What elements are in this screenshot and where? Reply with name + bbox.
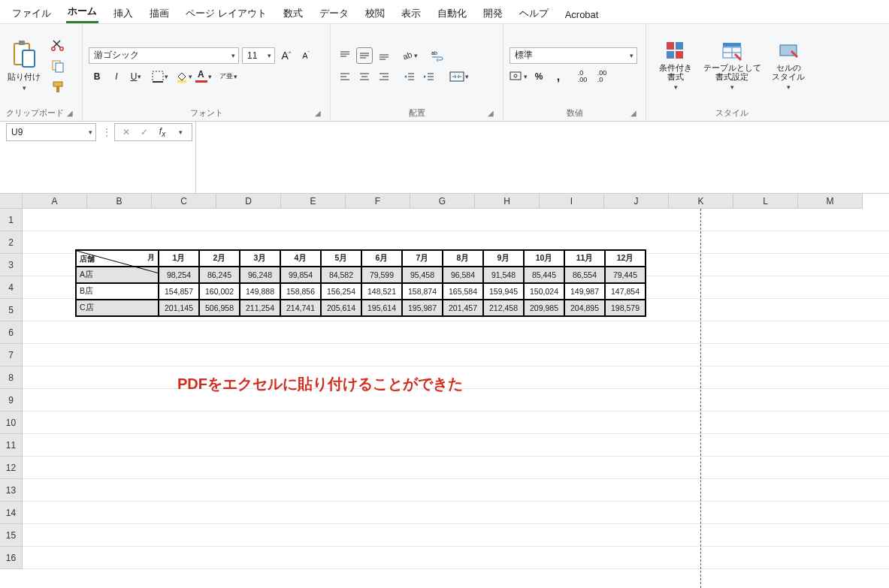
dialog-launcher-icon[interactable]: ◢ (627, 109, 640, 117)
increase-indent-button[interactable] (421, 68, 437, 85)
col-header[interactable]: G (410, 194, 475, 209)
paste-button[interactable]: 貼り付け ▾ (6, 40, 42, 92)
name-box[interactable]: U9 ▾ (6, 123, 96, 141)
font-color-button[interactable]: A ▾ (195, 68, 212, 85)
tab-view[interactable]: 表示 (400, 4, 422, 23)
worksheet: 1 2 3 4 5 6 7 8 9 10 11 12 13 14 15 16 A… (0, 194, 889, 588)
font-size-select[interactable]: 11 ▾ (242, 47, 275, 64)
copy-button[interactable] (50, 58, 66, 74)
row-header[interactable]: 12 (0, 457, 23, 479)
tab-developer[interactable]: 開発 (482, 4, 504, 23)
select-all-corner[interactable] (0, 194, 23, 209)
decrease-decimal-button[interactable]: .00.0 (594, 68, 610, 85)
row-header[interactable]: 14 (0, 502, 23, 524)
phonetic-button[interactable]: ア亜 ▾ (219, 68, 237, 85)
tab-draw[interactable]: 描画 (148, 4, 171, 23)
merge-center-button[interactable]: ▾ (449, 68, 469, 85)
col-header[interactable]: D (216, 194, 281, 209)
cut-button[interactable] (50, 37, 66, 53)
cell-styles-button[interactable]: セルの スタイル ▾ (765, 32, 812, 100)
data-cell: 209,985 (524, 300, 564, 316)
increase-font-button[interactable]: A^ (278, 47, 295, 64)
row-header[interactable]: 9 (0, 389, 23, 412)
cell-styles-icon (778, 41, 799, 62)
tab-review[interactable]: 校閲 (364, 4, 386, 23)
align-top-button[interactable] (337, 47, 353, 64)
tab-help[interactable]: ヘルプ (518, 4, 550, 23)
col-header[interactable]: F (346, 194, 410, 209)
col-header[interactable]: K (669, 194, 733, 209)
tab-acrobat[interactable]: Acrobat (564, 6, 600, 23)
align-bottom-button[interactable] (376, 47, 392, 64)
row-header[interactable]: 15 (0, 524, 23, 547)
col-header[interactable]: I (540, 194, 604, 209)
tab-insert[interactable]: 挿入 (112, 4, 135, 23)
align-center-button[interactable] (356, 68, 373, 85)
percent-button[interactable]: % (531, 68, 547, 85)
cancel-formula-button[interactable]: ✕ (118, 124, 135, 140)
svg-rect-41 (667, 42, 674, 50)
col-header[interactable]: H (475, 194, 540, 209)
row-header[interactable]: 1 (0, 209, 23, 231)
align-right-button[interactable] (376, 68, 392, 85)
col-header[interactable]: M (798, 194, 863, 209)
col-header[interactable]: A (23, 194, 87, 209)
accounting-format-button[interactable]: ▾ (510, 68, 528, 85)
month-header: 5月 (321, 250, 361, 267)
row-header[interactable]: 2 (0, 231, 23, 254)
insert-function-button[interactable]: fx (154, 124, 171, 140)
format-as-table-button[interactable]: テーブルとして 書式設定 ▾ (703, 32, 760, 100)
bold-button[interactable]: B (89, 68, 105, 85)
row-header[interactable]: 10 (0, 412, 23, 434)
dialog-launcher-icon[interactable]: ◢ (312, 109, 324, 117)
row-header[interactable]: 4 (0, 276, 23, 299)
tab-file[interactable]: ファイル (11, 4, 53, 23)
svg-rect-6 (56, 63, 63, 72)
tab-pagelayout[interactable]: ページ レイアウト (184, 4, 268, 23)
align-left-button[interactable] (337, 68, 353, 85)
row-header[interactable]: 11 (0, 434, 23, 457)
paint-bucket-icon (176, 71, 188, 83)
dialog-launcher-icon[interactable]: ◢ (485, 109, 497, 117)
format-painter-button[interactable] (50, 79, 66, 95)
font-name-select[interactable]: 游ゴシック ▾ (89, 47, 239, 64)
comma-button[interactable]: , (550, 68, 567, 85)
number-format-select[interactable]: 標準 ▾ (510, 47, 637, 64)
col-header[interactable]: J (604, 194, 669, 209)
dialog-launcher-icon[interactable]: ◢ (64, 109, 76, 117)
row-header[interactable]: 13 (0, 479, 23, 502)
col-header[interactable]: B (87, 194, 152, 209)
row-header[interactable]: 16 (0, 547, 23, 569)
row-header[interactable]: 6 (0, 321, 23, 344)
align-middle-button[interactable] (356, 47, 373, 64)
tab-data[interactable]: データ (318, 4, 350, 23)
row-header[interactable]: 8 (0, 366, 23, 389)
formula-bar[interactable] (195, 122, 889, 193)
tab-formulas[interactable]: 数式 (282, 4, 304, 23)
formula-bar-expand[interactable]: ▾ (172, 124, 189, 140)
tab-home[interactable]: ホーム (66, 2, 98, 23)
orientation-button[interactable]: ab ▾ (401, 47, 418, 64)
data-cell: 150,024 (524, 283, 564, 300)
borders-button[interactable]: ▾ (152, 68, 168, 85)
row-header[interactable]: 3 (0, 254, 23, 276)
italic-button[interactable]: I (108, 68, 125, 85)
group-label: フォント (190, 107, 223, 119)
enter-formula-button[interactable]: ✓ (136, 124, 153, 140)
conditional-format-label: 条件付き 書式 (659, 63, 692, 82)
fill-color-button[interactable]: ▾ (176, 68, 192, 85)
decrease-indent-button[interactable] (401, 68, 418, 85)
decrease-font-button[interactable]: Aˇ (298, 47, 314, 64)
row-header[interactable]: 5 (0, 299, 23, 321)
chevron-down-icon: ▾ (208, 73, 212, 80)
col-header[interactable]: L (733, 194, 798, 209)
wrap-text-button[interactable]: ab (430, 47, 446, 64)
conditional-format-button[interactable]: 条件付き 書式 ▾ (652, 32, 699, 100)
increase-decimal-button[interactable]: .0.00 (574, 68, 591, 85)
col-header[interactable]: E (281, 194, 346, 209)
cell-grid[interactable]: 月 店舗 1月 2月 3月 4月 5月 6月 7月 8月 9月 10月 11月 … (23, 209, 889, 588)
underline-button[interactable]: U▾ (128, 68, 144, 85)
row-header[interactable]: 7 (0, 344, 23, 366)
col-header[interactable]: C (152, 194, 216, 209)
tab-automate[interactable]: 自動化 (436, 4, 468, 23)
